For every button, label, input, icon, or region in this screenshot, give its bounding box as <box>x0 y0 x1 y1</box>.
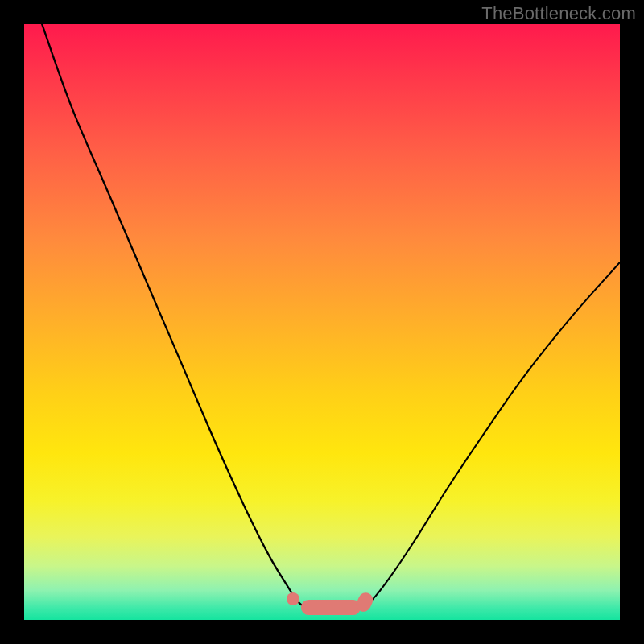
chart-frame: TheBottleneck.com <box>0 0 644 644</box>
watermark-text: TheBottleneck.com <box>481 3 636 24</box>
plot-area <box>24 24 620 620</box>
right-curve <box>364 262 620 608</box>
bottom-marker <box>301 600 361 615</box>
left-curve <box>42 24 307 608</box>
bottom-marker <box>287 592 299 605</box>
curves-layer <box>24 24 620 620</box>
